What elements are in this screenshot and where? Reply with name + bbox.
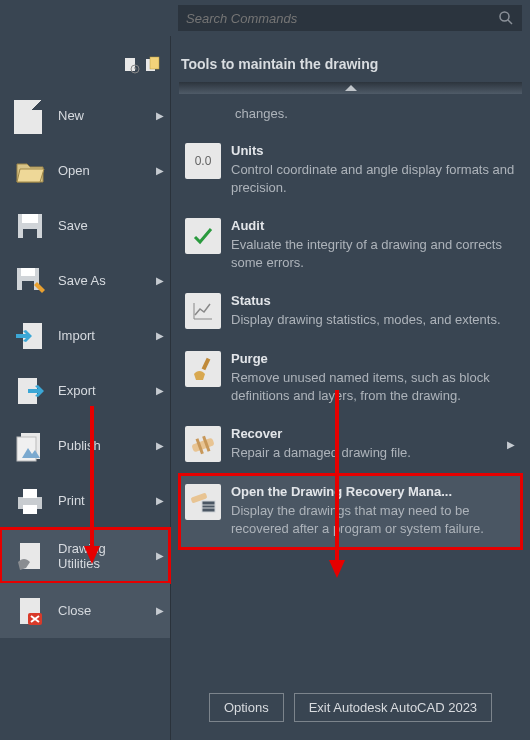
menu-label: Export [58, 383, 144, 398]
print-icon [14, 485, 46, 517]
menu-label: Save [58, 218, 164, 233]
tool-desc: Display the drawings that may need to be… [231, 502, 516, 537]
menu-label: Open [58, 163, 144, 178]
drawing-utilities-icon [14, 540, 46, 572]
save-icon [14, 210, 46, 242]
svg-rect-7 [22, 214, 38, 223]
tool-desc: Remove unused named items, such as block… [231, 369, 516, 404]
top-bar [0, 0, 530, 36]
options-button[interactable]: Options [209, 693, 284, 722]
menu-close[interactable]: Close ▶ [0, 583, 170, 638]
chevron-right-icon: ▶ [156, 440, 164, 451]
svg-rect-11 [22, 281, 34, 290]
tool-units[interactable]: 0.0 Units Control coordinate and angle d… [179, 133, 522, 208]
tool-status[interactable]: Status Display drawing statistics, modes… [179, 283, 522, 341]
truncated-prev-desc: changes. [179, 104, 522, 133]
chevron-right-icon: ▶ [156, 550, 164, 561]
menu-import[interactable]: Import ▶ [0, 308, 170, 363]
menu-save-as[interactable]: Save As ▶ [0, 253, 170, 308]
search-commands-field[interactable] [178, 5, 522, 31]
tool-desc: Display drawing statistics, modes, and e… [231, 311, 516, 329]
tool-desc: Control coordinate and angle display for… [231, 161, 516, 196]
chevron-right-icon: ▶ [156, 495, 164, 506]
audit-icon [185, 218, 221, 254]
tool-title: Status [231, 293, 516, 308]
tool-desc: Evaluate the integrity of a drawing and … [231, 236, 516, 271]
app-menu-sidebar: New ▶ Open ▶ Save Save As ▶ [0, 36, 170, 740]
menu-publish[interactable]: Publish ▶ [0, 418, 170, 473]
svg-rect-18 [23, 505, 37, 514]
svg-rect-22 [202, 358, 211, 371]
tool-title: Units [231, 143, 516, 158]
export-icon [14, 375, 46, 407]
menu-export[interactable]: Export ▶ [0, 363, 170, 418]
recovery-manager-icon [185, 484, 221, 520]
svg-rect-27 [202, 501, 215, 512]
open-icon [14, 155, 46, 187]
menu-open[interactable]: Open ▶ [0, 143, 170, 198]
submenu-pane: Tools to maintain the drawing changes. 0… [170, 36, 530, 740]
svg-point-0 [500, 12, 509, 21]
tool-title: Audit [231, 218, 516, 233]
menu-label: Publish [58, 438, 144, 453]
chevron-right-icon: ▶ [156, 605, 164, 616]
app-menu-list: New ▶ Open ▶ Save Save As ▶ [0, 88, 170, 638]
recent-icon[interactable] [122, 56, 140, 74]
menu-label: Print [58, 493, 144, 508]
chevron-right-icon: ▶ [156, 110, 164, 121]
menu-drawing-utilities[interactable]: Drawing Utilities ▶ [0, 528, 170, 583]
open-docs-icon[interactable] [144, 56, 162, 74]
tool-recover[interactable]: Recover Repair a damaged drawing file. ▶ [179, 416, 522, 474]
recent-documents-icons [0, 48, 170, 82]
recover-icon [185, 426, 221, 462]
svg-rect-17 [23, 489, 37, 498]
chevron-right-icon: ▶ [156, 275, 164, 286]
svg-line-1 [508, 20, 512, 24]
publish-icon [14, 430, 46, 462]
tool-title: Purge [231, 351, 516, 366]
tool-title: Open the Drawing Recovery Mana... [231, 484, 516, 499]
pane-title: Tools to maintain the drawing [171, 36, 530, 82]
search-icon [498, 10, 514, 26]
tool-audit[interactable]: Audit Evaluate the integrity of a drawin… [179, 208, 522, 283]
exit-button[interactable]: Exit Autodesk AutoCAD 2023 [294, 693, 492, 722]
tool-title: Recover [231, 426, 496, 441]
menu-save[interactable]: Save [0, 198, 170, 253]
close-icon [14, 595, 46, 627]
tool-desc: Repair a damaged drawing file. [231, 444, 496, 462]
svg-rect-10 [21, 268, 35, 276]
chevron-right-icon: ▶ [156, 165, 164, 176]
chevron-right-icon: ▶ [156, 330, 164, 341]
import-icon [14, 320, 46, 352]
search-input[interactable] [186, 11, 498, 26]
svg-rect-23 [191, 438, 214, 453]
menu-footer: Options Exit Autodesk AutoCAD 2023 [171, 679, 530, 740]
menu-new[interactable]: New ▶ [0, 88, 170, 143]
svg-rect-8 [23, 229, 37, 238]
chevron-right-icon: ▶ [506, 439, 516, 450]
tool-open-drawing-recovery-manager[interactable]: Open the Drawing Recovery Mana... Displa… [179, 474, 522, 549]
tool-purge[interactable]: Purge Remove unused named items, such as… [179, 341, 522, 416]
status-icon [185, 293, 221, 329]
scroll-up-indicator[interactable] [179, 82, 522, 94]
menu-label: Drawing Utilities [58, 541, 144, 571]
svg-rect-5 [150, 57, 159, 69]
purge-icon [185, 351, 221, 387]
save-as-icon [14, 265, 46, 297]
chevron-right-icon: ▶ [156, 385, 164, 396]
new-icon [14, 100, 46, 132]
units-icon: 0.0 [185, 143, 221, 179]
menu-label: Close [58, 603, 144, 618]
tools-list: changes. 0.0 Units Control coordinate an… [171, 94, 530, 679]
menu-label: Save As [58, 273, 144, 288]
menu-print[interactable]: Print ▶ [0, 473, 170, 528]
svg-rect-2 [125, 58, 135, 71]
menu-label: Import [58, 328, 144, 343]
menu-label: New [58, 108, 144, 123]
